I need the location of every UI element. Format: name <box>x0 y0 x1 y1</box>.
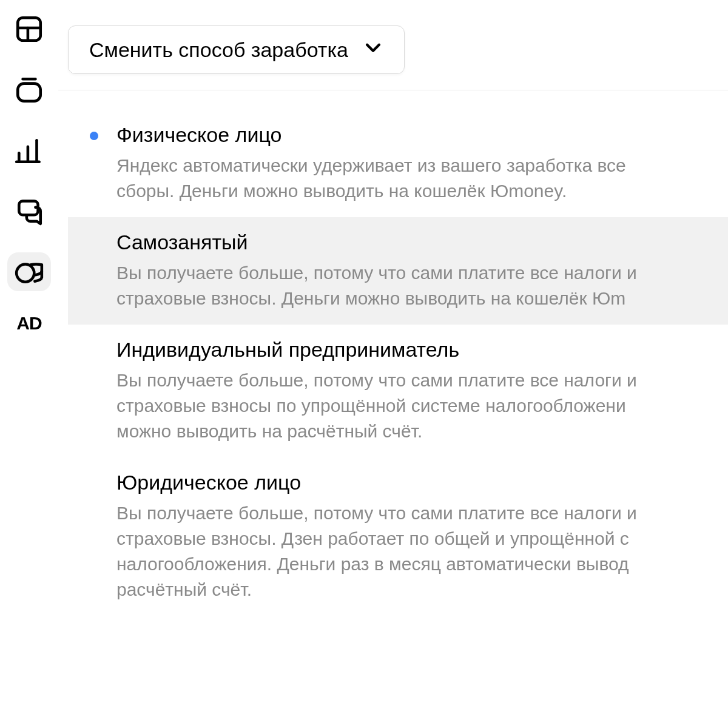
option-title: Физическое лицо <box>116 123 728 147</box>
sidebar-item-ad[interactable]: AD <box>7 313 51 334</box>
option-self-employed[interactable]: Самозанятый Вы получаете больше, потому … <box>68 217 728 325</box>
option-desc: Вы получаете больше, потому что сами пла… <box>116 500 728 602</box>
option-title: Самозанятый <box>116 231 728 254</box>
sidebar-item-wallet[interactable] <box>7 70 51 109</box>
change-method-dropdown[interactable]: Сменить способ заработка <box>68 25 405 74</box>
svg-rect-4 <box>18 84 41 101</box>
option-entrepreneur[interactable]: Индивидуальный предприниматель Вы получа… <box>68 325 728 457</box>
option-individual[interactable]: Физическое лицо Яндекс автоматически уде… <box>68 110 728 217</box>
main-content: Сменить способ заработка Физическое лицо… <box>58 0 728 728</box>
sidebar-item-money[interactable] <box>7 252 51 291</box>
bar-chart-icon <box>14 135 44 166</box>
wallet-icon <box>14 75 44 105</box>
option-legal-entity[interactable]: Юридическое лицо Вы получаете больше, по… <box>68 457 728 616</box>
chevron-down-icon <box>363 37 383 62</box>
sidebar-item-dashboard[interactable] <box>7 10 51 49</box>
chat-icon <box>14 196 44 226</box>
option-title: Юридическое лицо <box>116 471 728 494</box>
layout-icon <box>14 14 44 44</box>
selected-dot-icon <box>90 132 98 140</box>
option-desc: Вы получаете больше, потому что сами пла… <box>116 260 728 311</box>
divider <box>58 90 728 90</box>
svg-point-6 <box>16 265 34 282</box>
sidebar-item-stats[interactable] <box>7 131 51 170</box>
options-list: Физическое лицо Яндекс автоматически уде… <box>68 110 728 616</box>
sidebar-item-messages[interactable] <box>7 192 51 231</box>
option-title: Индивидуальный предприниматель <box>116 338 728 362</box>
coins-icon <box>14 257 44 287</box>
option-desc: Вы получаете больше, потому что сами пла… <box>116 368 728 444</box>
dropdown-label: Сменить способ заработка <box>89 38 348 62</box>
option-desc: Яндекс автоматически удерживает из вашег… <box>116 153 728 204</box>
sidebar-nav: AD <box>0 0 58 728</box>
